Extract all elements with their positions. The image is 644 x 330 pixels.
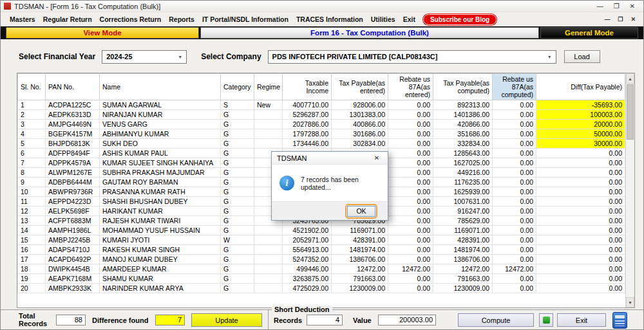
filter-row: Select Financial Year 2024-25 ▼ Select C…	[19, 50, 600, 64]
short-deduction-records-label: Records	[274, 316, 302, 324]
table-row[interactable]: 16ADAPS4710JRAKESH KUMAR SINGHG5564913.0…	[18, 245, 625, 255]
table-row[interactable]: 14AAMPH1986LMOHAMMAD YUSUF HUSSAING45219…	[18, 226, 625, 235]
cell-taxable_income: 5296287.00	[283, 110, 332, 120]
cell-name: MANOJ KUMAR DUBEY	[100, 255, 221, 264]
cell-category: G	[221, 216, 254, 226]
cell-pan: AEPPD4223D	[46, 197, 100, 206]
general-mode-button[interactable]: General Mode	[540, 27, 638, 39]
dialog-close-icon[interactable]: ✕	[371, 154, 383, 161]
table-row[interactable]: 2AEDPK6313DNIRANJAN KUMARG5296287.001301…	[18, 110, 625, 120]
cell-regime	[254, 235, 283, 245]
cell-pan: AAMPH1986L	[46, 226, 100, 235]
ok-highlight-ring: OK	[345, 204, 377, 219]
menu-item-masters[interactable]: Masters	[6, 14, 39, 24]
exit-button[interactable]: Exit	[557, 313, 606, 327]
cell-name: KUMARI JYOTI	[100, 235, 221, 245]
vertical-scrollbar[interactable]: ▲ ▼	[625, 73, 634, 307]
cell-pan: AMBPK2933K	[46, 284, 100, 293]
cell-diff: 0.00	[536, 178, 625, 187]
cell-name: SUBHRA PRAKASH MAJUMDAR	[100, 168, 221, 178]
cell-taxable_income: 4725029.00	[283, 284, 332, 293]
cell-pan: AEAPK7168M	[46, 274, 100, 284]
cell-rebate_87a_computed: 0.00	[493, 245, 536, 255]
scroll-up-icon[interactable]: ▲	[626, 73, 634, 84]
load-button[interactable]: Load	[564, 50, 600, 63]
column-header-diff: Diff(Tax Payable)	[536, 74, 625, 100]
cell-tax_payable_computed: 12472.00	[433, 264, 493, 274]
table-row[interactable]: 5BHJPD6813KSUKH DEOG1734446.00302834.000…	[18, 139, 625, 149]
cell-taxable_income: 499446.00	[283, 264, 332, 274]
cell-tax_payable_entered: 428391.00	[332, 235, 388, 245]
ok-button[interactable]: OK	[347, 206, 375, 217]
cell-pan: ADAPS4710J	[46, 245, 100, 255]
scroll-down-icon[interactable]: ▼	[626, 297, 634, 307]
dialog-title-bar[interactable]: TDSMAN ✕	[272, 152, 388, 165]
column-header-pan: PAN No.	[46, 74, 100, 100]
cell-regime	[254, 264, 283, 274]
maximize-icon[interactable]: ❐	[614, 3, 620, 10]
menu-item-corrections-return[interactable]: Corrections Return	[96, 14, 166, 24]
cell-pan: AMBPJ2245B	[46, 235, 100, 245]
cell-tax_payable_computed: 1481974.00	[433, 245, 493, 255]
table-header-row: Sl. No.PAN No.NameCategoryRegimeTaxable …	[18, 74, 625, 100]
menu-item-exit[interactable]: Exit	[399, 14, 419, 24]
table-row[interactable]: 17ACAPD6492PMANOJ KUMAR DUBEYG5247352.00…	[18, 255, 625, 264]
scrollbar-track[interactable]	[626, 140, 634, 297]
cell-category: G	[221, 120, 254, 129]
table-row[interactable]: 3AMJPG4469NVENUS GARGG2027886.00400866.0…	[18, 120, 625, 129]
cell-sl: 9	[18, 178, 46, 187]
cell-rebate_87a_computed: 0.00	[493, 120, 536, 129]
company-select[interactable]: PDS INFOTECH PRIVATE LIMITED [CALP08143C…	[268, 50, 556, 64]
table-row[interactable]: 18DWIPK4454BAMARDEEP KUMARG499446.001247…	[18, 264, 625, 274]
scrollbar-thumb[interactable]	[627, 84, 634, 140]
update-button[interactable]: Update	[191, 313, 262, 327]
company-label: Select Company	[201, 52, 261, 61]
menu-item-regular-return[interactable]: Regular Return	[39, 14, 96, 24]
cell-regime	[254, 274, 283, 284]
column-header-taxable_income: Taxable Income	[283, 74, 332, 100]
menu-item-traces-information[interactable]: TRACES Information	[292, 14, 367, 24]
compute-button[interactable]: Compute	[458, 313, 534, 327]
menu-item-utilities[interactable]: Utilities	[367, 14, 399, 24]
cell-taxable_income: 2052971.00	[283, 235, 332, 245]
cell-regime	[254, 129, 283, 139]
dialog-title: TDSMAN	[277, 154, 307, 162]
cell-category: G	[221, 178, 254, 187]
mdi-restore-icon[interactable]: ❐	[618, 16, 623, 23]
cell-taxable_income: 3263875.00	[283, 274, 332, 284]
cell-taxable_income: 4521902.00	[283, 226, 332, 235]
cell-rebate_87a_entered: 0.00	[388, 110, 433, 120]
cell-rebate_87a_entered: 0.00	[388, 178, 433, 187]
financial-year-select[interactable]: 2024-25 ▼	[102, 50, 187, 64]
cell-sl: 1	[18, 100, 46, 110]
cell-name: KUMAR SUJEET SINGH KANHAIYA	[100, 158, 221, 168]
menu-item-reports[interactable]: Reports	[165, 14, 198, 24]
table-row[interactable]: 1ACDPA1225CSUMAN AGARWALSNew4007710.0092…	[18, 100, 625, 110]
view-mode-button[interactable]: View Mode	[6, 27, 199, 39]
menu-item-it-portal-nsdl-information[interactable]: IT Portal/NSDL Information	[198, 14, 292, 24]
cell-category: G	[221, 168, 254, 178]
table-row[interactable]: 4BGEPK4157MABHIMANYU KUMARG1797288.00301…	[18, 129, 625, 139]
green-action-button[interactable]	[539, 313, 553, 327]
table-row[interactable]: 19AEAPK7168MSHAMU KUMARG3263875.00791663…	[18, 274, 625, 284]
total-records-value: 88	[56, 315, 86, 325]
calculator-icon[interactable]	[612, 312, 627, 329]
title-bar[interactable]: TDSMAN - [Form 16 - Tax Computation (Bul…	[1, 1, 643, 12]
minimize-icon[interactable]: —	[597, 3, 603, 10]
app-window: TDSMAN - [Form 16 - Tax Computation (Bul…	[0, 0, 644, 330]
close-icon[interactable]: ✕	[630, 3, 635, 10]
subscribe-blog-link[interactable]: Subscribe our Blog	[423, 14, 497, 25]
cell-rebate_87a_computed: 0.00	[493, 187, 536, 197]
cell-name: AMARDEEP KUMAR	[100, 264, 221, 274]
mdi-minimize-icon[interactable]: —	[604, 16, 610, 23]
cell-category: G	[221, 245, 254, 255]
table-row[interactable]: 15AMBPJ2245BKUMARI JYOTIW2052971.0042839…	[18, 235, 625, 245]
cell-category: G	[221, 129, 254, 139]
cell-rebate_87a_entered: 0.00	[388, 120, 433, 129]
mdi-close-icon[interactable]: ✕	[630, 16, 636, 23]
table-row[interactable]: 20AMBPK2933KNARINDER KUMAR ARYAG4725029.…	[18, 284, 625, 293]
cell-diff: 0.00	[536, 226, 625, 235]
cell-rebate_87a_entered: 0.00	[388, 149, 433, 158]
total-records-label: Total Records	[19, 312, 52, 327]
cell-tax_payable_computed: 1386706.00	[433, 255, 493, 264]
